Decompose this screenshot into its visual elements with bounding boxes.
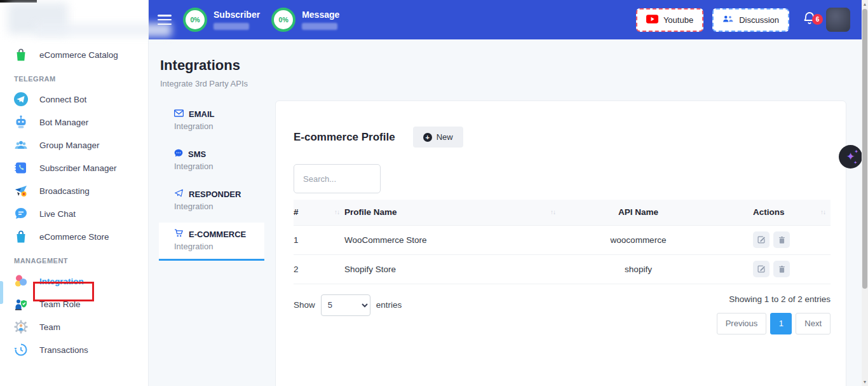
sidebar-item-team-role[interactable]: Team Role <box>0 293 148 315</box>
youtube-icon <box>646 15 658 25</box>
ecommerce-profile-card: E-commerce Profile + New # Profile Name … <box>275 100 846 386</box>
card-title: E-commerce Profile <box>294 131 395 144</box>
active-item-indicator <box>0 281 3 304</box>
pagination: Previous 1 Next <box>717 313 831 334</box>
sidebar-item-label: Connect Bot <box>39 95 86 104</box>
subnav-title: RESPONDER <box>189 190 241 199</box>
profiles-table: # Profile Name API Name Actions 1 WooCom… <box>294 200 831 284</box>
send-plane-icon <box>174 189 184 199</box>
scrollbar-up-arrow[interactable]: ▲ <box>862 0 868 8</box>
subnav-subtitle: Integration <box>174 242 264 251</box>
cart-icon <box>174 229 184 239</box>
sparkle-icon: ✦ <box>853 160 857 165</box>
subscriber-progress-ring: 0% <box>183 8 207 32</box>
subnav-title: SMS <box>188 149 206 159</box>
subnav-item-sms[interactable]: SMS Integration <box>159 142 264 177</box>
sidebar-item-subscriber-manager[interactable]: Subscriber Manager <box>0 156 148 179</box>
people-group-icon <box>13 137 29 153</box>
current-page-button[interactable]: 1 <box>770 313 792 334</box>
sidebar-item-connect-bot[interactable]: Connect Bot <box>0 88 148 111</box>
discussion-button[interactable]: Discussion <box>712 8 789 32</box>
discussion-button-label: Discussion <box>739 15 779 25</box>
search-input[interactable] <box>294 164 381 193</box>
table-row: 1 WooCommerce Store woocommerce <box>294 225 831 254</box>
envelope-icon <box>174 109 184 119</box>
page-scrollbar[interactable]: ▲ ▼ <box>862 0 868 386</box>
trash-icon <box>778 236 786 244</box>
profile-name-cell: Shopify Store <box>344 254 560 284</box>
delete-button[interactable] <box>773 261 790 277</box>
new-profile-button[interactable]: + New <box>413 127 463 148</box>
page-size-select[interactable]: 5 <box>321 294 370 316</box>
sidebar-item-ecommerce-store[interactable]: eCommerce Store <box>0 225 148 248</box>
sort-icon[interactable] <box>550 209 555 216</box>
edit-icon <box>757 265 766 273</box>
sidebar-item-bot-manager[interactable]: Bot Manager <box>0 111 148 134</box>
user-avatar[interactable] <box>826 8 850 32</box>
sidebar-item-label: Bot Manager <box>39 118 88 127</box>
notification-bell[interactable]: 6 <box>802 11 817 29</box>
contact-book-icon <box>13 160 29 176</box>
integration-subnav: EMAIL Integration SMS Integration RESPON… <box>159 103 264 266</box>
users-icon <box>722 15 734 25</box>
sidebar-item-integration[interactable]: Integration <box>0 270 148 293</box>
sidebar-section-management: MANAGEMENT <box>0 248 148 270</box>
sort-icon[interactable] <box>334 209 339 216</box>
ai-assistant-button[interactable]: ✦ ✦ ✦ <box>839 145 862 169</box>
delete-button[interactable] <box>773 231 790 248</box>
show-label: Show <box>294 300 315 310</box>
subnav-title: E-COMMERCE <box>189 230 246 239</box>
sparkle-icon: ✦ <box>854 149 858 155</box>
next-page-button[interactable]: Next <box>796 313 831 334</box>
history-clock-icon <box>13 342 29 357</box>
column-header-actions: Actions <box>753 207 785 217</box>
sidebar-item-label: Team <box>39 322 60 332</box>
sidebar-item-broadcasting[interactable]: Broadcasting <box>0 179 148 202</box>
column-header-api: API Name <box>560 200 716 225</box>
subnav-item-email[interactable]: EMAIL Integration <box>159 103 264 137</box>
message-progress-ring: 0% <box>271 8 295 32</box>
subnav-subtitle: Integration <box>174 121 264 131</box>
previous-page-button[interactable]: Previous <box>717 313 767 334</box>
sidebar-item-label: Team Role <box>39 300 81 309</box>
robot-icon <box>13 114 29 130</box>
scrollbar-thumb[interactable] <box>862 9 867 289</box>
new-button-label: New <box>437 132 453 142</box>
scrollbar-down-arrow[interactable]: ▼ <box>862 378 868 386</box>
shopping-bag-blue-icon <box>13 229 29 244</box>
sort-icon[interactable] <box>820 209 825 216</box>
sidebar-item-label: Group Manager <box>39 141 100 150</box>
edit-icon <box>757 235 766 244</box>
table-header-row: # Profile Name API Name Actions <box>294 200 831 225</box>
telegram-plane-icon <box>13 92 29 107</box>
subnav-item-ecommerce[interactable]: E-COMMERCE Integration <box>159 223 264 261</box>
api-name-cell: woocommerce <box>560 225 716 254</box>
sidebar-item-label: Subscriber Manager <box>39 163 117 173</box>
sidebar-item-live-chat[interactable]: Live Chat <box>0 202 148 225</box>
page-size-control: Show 5 entries <box>294 294 402 316</box>
sms-bubble-icon <box>174 149 183 159</box>
page-subtitle: Integrate 3rd Party APIs <box>149 74 862 88</box>
table-row: 2 Shopify Store shopify <box>294 254 831 284</box>
edit-button[interactable] <box>753 261 770 277</box>
column-header-profile: Profile Name <box>344 207 397 217</box>
sidebar-section-telegram: TELEGRAM <box>0 66 148 88</box>
youtube-button[interactable]: Youtube <box>636 8 703 32</box>
chat-bubble-icon <box>13 206 29 221</box>
topbar: 0% Subscriber 0% Message Youtube Discuss… <box>149 0 862 39</box>
gear-person-icon <box>13 319 29 334</box>
sidebar-item-group-manager[interactable]: Group Manager <box>0 134 148 156</box>
notification-count-badge: 6 <box>812 14 823 25</box>
youtube-button-label: Youtube <box>663 15 693 25</box>
sidebar-item-ecommerce-catalog[interactable]: eCommerce Catalog <box>0 43 148 66</box>
main-content: Integrations Integrate 3rd Party APIs EM… <box>149 39 862 386</box>
subnav-subtitle: Integration <box>174 162 264 171</box>
message-stat-label: Message <box>302 10 339 20</box>
profile-name-cell: WooCommerce Store <box>344 225 560 254</box>
edit-button[interactable] <box>753 231 770 248</box>
plus-circle-icon: + <box>423 133 432 142</box>
sidebar-item-team[interactable]: Team <box>0 315 148 338</box>
broadcast-flag-icon <box>13 183 29 198</box>
subnav-item-responder[interactable]: RESPONDER Integration <box>159 183 264 217</box>
sidebar-item-transactions[interactable]: Transactions <box>0 338 148 361</box>
